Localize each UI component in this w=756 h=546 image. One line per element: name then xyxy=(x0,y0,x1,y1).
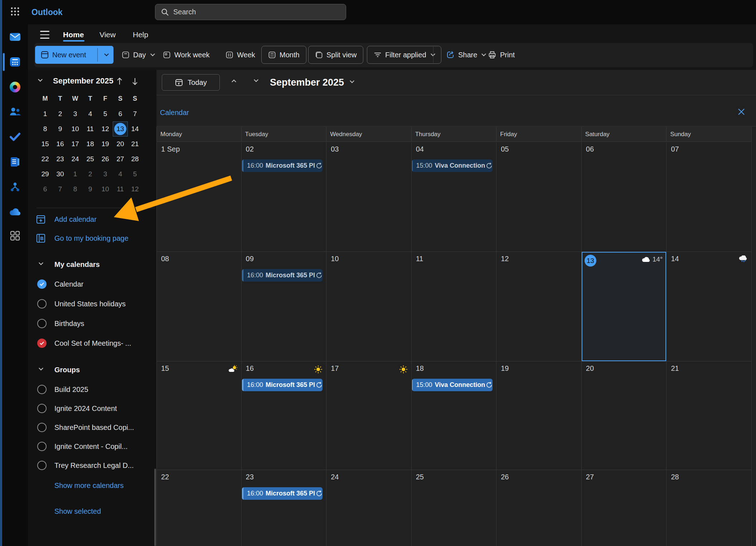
mini-calendar-prev-icon[interactable] xyxy=(116,77,123,86)
mini-calendar-day[interactable]: 3 xyxy=(98,167,112,181)
calendar-icon[interactable] xyxy=(9,56,21,68)
day-cell[interactable]: 15 xyxy=(156,361,242,470)
mini-calendar-day[interactable]: 1 xyxy=(68,167,82,181)
group-item[interactable]: Build 2025 xyxy=(28,382,156,397)
mail-icon[interactable] xyxy=(9,31,21,43)
group-item[interactable]: Ignite 2024 Content xyxy=(28,401,156,416)
day-cell[interactable]: 17 xyxy=(326,361,412,470)
day-view-button[interactable]: Day xyxy=(122,46,154,64)
search-input[interactable]: Search xyxy=(155,4,346,20)
day-cell[interactable]: 0216:00Microsoft 365 Pl xyxy=(242,142,327,252)
mini-calendar-day[interactable]: 24 xyxy=(68,152,82,166)
todo-icon[interactable] xyxy=(9,131,21,143)
day-cell[interactable]: 24 xyxy=(326,470,412,546)
group-item[interactable]: Ignite Content - Copil... xyxy=(28,439,156,454)
mini-calendar-day[interactable]: 10 xyxy=(98,182,112,196)
split-view-button[interactable]: Split view xyxy=(308,46,363,64)
mini-calendar-day[interactable]: 16 xyxy=(53,137,67,151)
mini-calendar-day[interactable]: 22 xyxy=(38,152,52,166)
groups-header[interactable]: Groups xyxy=(28,363,156,377)
day-cell[interactable]: 1815:00Viva Connection xyxy=(412,361,497,470)
day-cell[interactable]: 11 xyxy=(412,252,497,361)
share-button[interactable]: Share xyxy=(446,46,485,64)
day-cell[interactable]: 21 xyxy=(667,361,752,470)
mini-calendar-day[interactable]: 28 xyxy=(128,152,142,166)
mini-calendar-day[interactable]: 27 xyxy=(113,152,127,166)
event-pill[interactable]: 16:00Microsoft 365 Pl xyxy=(242,379,323,391)
day-cell[interactable]: 08 xyxy=(156,252,242,361)
day-cell[interactable]: 22 xyxy=(156,470,242,546)
month-title[interactable]: September 2025 xyxy=(270,70,354,95)
calendar-checked-circle[interactable] xyxy=(37,339,47,348)
event-pill[interactable]: 16:00Microsoft 365 Pl xyxy=(242,159,323,172)
mini-calendar-day[interactable]: 11 xyxy=(83,122,97,136)
mini-calendar-day[interactable]: 8 xyxy=(68,182,82,196)
day-cell[interactable]: 26 xyxy=(496,470,582,546)
group-item[interactable]: SharePoint based Copi... xyxy=(28,420,156,435)
work-week-view-button[interactable]: Work week xyxy=(163,46,210,64)
mini-calendar-day[interactable]: 18 xyxy=(83,137,97,151)
mini-calendar-day[interactable]: 9 xyxy=(83,182,97,196)
event-pill[interactable]: 15:00Viva Connection xyxy=(412,159,493,172)
new-event-button[interactable]: New event xyxy=(35,46,113,64)
day-cell[interactable]: 28 xyxy=(667,470,752,546)
mini-calendar-day[interactable]: 30 xyxy=(53,167,67,181)
day-cell[interactable]: 20 xyxy=(582,361,667,470)
prev-month-chevron[interactable] xyxy=(232,80,236,84)
day-cell[interactable]: 10 xyxy=(326,252,412,361)
day-cell[interactable]: 19 xyxy=(496,361,582,470)
mini-calendar-selected-day[interactable]: 13 xyxy=(114,123,126,135)
my-calendars-header[interactable]: My calendars xyxy=(28,257,156,272)
month-view-button[interactable]: Month xyxy=(261,46,306,64)
day-cell[interactable]: 0916:00Microsoft 365 Pl xyxy=(242,252,327,361)
mini-calendar-day[interactable]: 4 xyxy=(83,107,97,121)
mini-calendar-day[interactable]: 2 xyxy=(83,167,97,181)
mini-calendar-day[interactable]: 7 xyxy=(128,107,142,121)
day-cell[interactable]: 12 xyxy=(496,252,582,361)
day-cell[interactable]: 06 xyxy=(582,142,667,252)
day-cell[interactable]: 25 xyxy=(412,470,497,546)
mini-calendar-day[interactable]: 29 xyxy=(38,167,52,181)
mini-calendar-day[interactable]: 4 xyxy=(113,167,127,181)
mini-calendar-day[interactable]: 2 xyxy=(53,107,67,121)
my-calendar-item[interactable]: Birthdays xyxy=(28,316,156,331)
day-cell[interactable]: 27 xyxy=(582,470,667,546)
mini-calendar-day[interactable]: 9 xyxy=(53,122,67,136)
mini-calendar-day[interactable]: 7 xyxy=(53,182,67,196)
day-cell[interactable]: 03 xyxy=(326,142,412,252)
day-cell[interactable]: 1616:00Microsoft 365 Pl xyxy=(242,361,327,470)
mini-calendar-day[interactable]: 12 xyxy=(128,182,142,196)
mini-calendar-day[interactable]: 14 xyxy=(128,122,142,136)
today-button[interactable]: Today xyxy=(162,74,220,91)
mini-calendar-collapse-chevron[interactable] xyxy=(38,77,43,82)
sidebar-scrollbar[interactable] xyxy=(154,469,156,546)
my-calendar-item[interactable]: Cool Set of Meetings- ... xyxy=(28,335,156,351)
word-icon[interactable] xyxy=(9,156,21,168)
mini-calendar-day[interactable]: 8 xyxy=(38,122,52,136)
app-launcher-icon[interactable] xyxy=(9,5,21,18)
event-pill[interactable]: 15:00Viva Connection xyxy=(412,379,493,391)
tab-view[interactable]: View xyxy=(100,29,116,41)
mini-calendar-day[interactable]: 1 xyxy=(38,107,52,121)
day-cell-today[interactable]: 1314° xyxy=(582,252,667,361)
new-event-dropdown[interactable] xyxy=(98,46,113,64)
calendar-unchecked-circle[interactable] xyxy=(37,319,47,328)
calendar-checked-circle[interactable] xyxy=(37,279,47,289)
mini-calendar-title[interactable]: September 2025 xyxy=(53,76,113,86)
mini-calendar-day[interactable]: 25 xyxy=(83,152,97,166)
calendar-unchecked-circle[interactable] xyxy=(37,385,47,394)
day-cell[interactable]: 07 xyxy=(667,142,752,252)
day-cell[interactable]: 05 xyxy=(496,142,582,252)
print-button[interactable]: Print xyxy=(488,46,515,64)
mini-calendar-next-icon[interactable] xyxy=(131,77,139,86)
my-calendar-item[interactable]: Calendar xyxy=(28,276,156,292)
day-cell[interactable]: 14 xyxy=(667,252,752,361)
mini-calendar-day[interactable]: 6 xyxy=(38,182,52,196)
mini-calendar-day[interactable]: 15 xyxy=(38,137,52,151)
calendar-unchecked-circle[interactable] xyxy=(37,442,47,451)
mini-calendar-day[interactable]: 3 xyxy=(68,107,82,121)
hamburger-menu-icon[interactable] xyxy=(40,31,49,39)
close-icon[interactable] xyxy=(737,108,745,116)
add-calendar-link[interactable]: Add calendar xyxy=(28,212,156,226)
calendar-tab[interactable]: Calendar xyxy=(160,109,189,117)
